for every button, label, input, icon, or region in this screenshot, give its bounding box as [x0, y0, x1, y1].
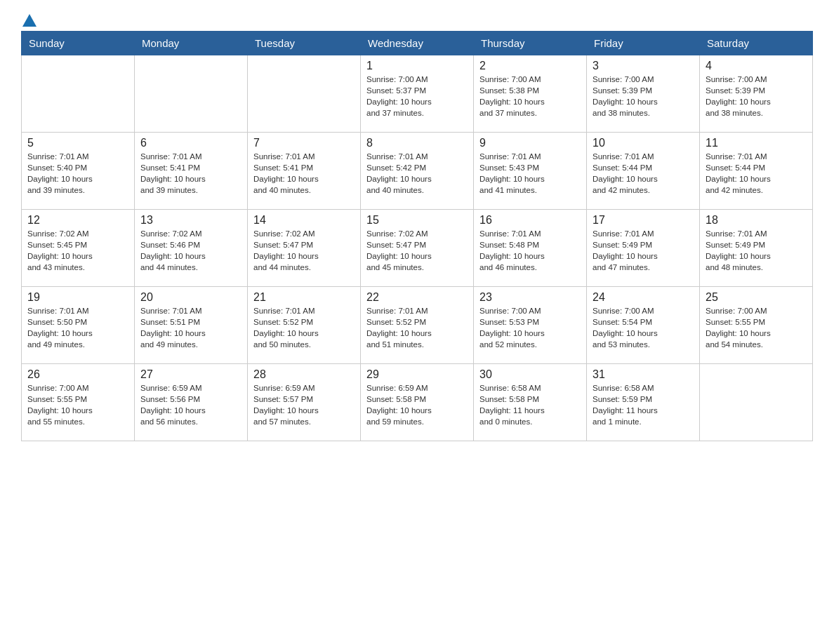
day-info: Sunrise: 7:00 AM Sunset: 5:55 PM Dayligh… [706, 305, 807, 350]
day-info: Sunrise: 7:01 AM Sunset: 5:41 PM Dayligh… [140, 151, 241, 196]
day-number: 9 [479, 137, 581, 149]
calendar-day-27: 27Sunrise: 6:59 AM Sunset: 5:56 PM Dayli… [135, 364, 248, 441]
calendar-day-31: 31Sunrise: 6:58 AM Sunset: 5:59 PM Dayli… [587, 364, 700, 441]
calendar-day-9: 9Sunrise: 7:01 AM Sunset: 5:43 PM Daylig… [474, 133, 587, 210]
day-number: 25 [706, 291, 807, 304]
calendar-day-14: 14Sunrise: 7:02 AM Sunset: 5:47 PM Dayli… [248, 210, 361, 287]
day-info: Sunrise: 7:02 AM Sunset: 5:47 PM Dayligh… [253, 228, 355, 273]
calendar-empty-cell [22, 55, 135, 133]
calendar-day-22: 22Sunrise: 7:01 AM Sunset: 5:52 PM Dayli… [361, 287, 474, 364]
day-info: Sunrise: 7:02 AM Sunset: 5:46 PM Dayligh… [140, 228, 241, 273]
day-info: Sunrise: 7:00 AM Sunset: 5:38 PM Dayligh… [479, 74, 581, 119]
weekday-header-thursday: Thursday [474, 32, 587, 55]
weekday-header-monday: Monday [135, 32, 248, 55]
day-number: 5 [27, 137, 128, 149]
weekday-header-row: SundayMondayTuesdayWednesdayThursdayFrid… [22, 32, 813, 55]
calendar-day-26: 26Sunrise: 7:00 AM Sunset: 5:55 PM Dayli… [22, 364, 135, 441]
calendar-day-5: 5Sunrise: 7:01 AM Sunset: 5:40 PM Daylig… [22, 133, 135, 210]
day-info: Sunrise: 7:00 AM Sunset: 5:53 PM Dayligh… [479, 305, 581, 350]
day-info: Sunrise: 7:01 AM Sunset: 5:44 PM Dayligh… [706, 151, 807, 196]
weekday-header-saturday: Saturday [700, 32, 813, 55]
logo-triangle-icon [22, 14, 37, 27]
calendar-day-7: 7Sunrise: 7:01 AM Sunset: 5:41 PM Daylig… [248, 133, 361, 210]
calendar-day-6: 6Sunrise: 7:01 AM Sunset: 5:41 PM Daylig… [135, 133, 248, 210]
day-info: Sunrise: 7:01 AM Sunset: 5:48 PM Dayligh… [479, 228, 581, 273]
day-number: 23 [479, 291, 581, 304]
day-number: 6 [140, 137, 241, 149]
logo [21, 14, 37, 24]
day-info: Sunrise: 7:00 AM Sunset: 5:39 PM Dayligh… [706, 74, 807, 119]
day-number: 8 [366, 137, 468, 149]
day-info: Sunrise: 7:01 AM Sunset: 5:44 PM Dayligh… [593, 151, 694, 196]
day-info: Sunrise: 6:59 AM Sunset: 5:58 PM Dayligh… [366, 382, 468, 427]
day-info: Sunrise: 7:01 AM Sunset: 5:40 PM Dayligh… [27, 151, 128, 196]
day-number: 15 [366, 214, 468, 227]
day-info: Sunrise: 7:01 AM Sunset: 5:43 PM Dayligh… [479, 151, 581, 196]
calendar-day-11: 11Sunrise: 7:01 AM Sunset: 5:44 PM Dayli… [700, 133, 813, 210]
day-info: Sunrise: 6:58 AM Sunset: 5:59 PM Dayligh… [593, 382, 694, 427]
calendar-day-25: 25Sunrise: 7:00 AM Sunset: 5:55 PM Dayli… [700, 287, 813, 364]
day-number: 16 [479, 214, 581, 227]
day-number: 22 [366, 291, 468, 304]
day-info: Sunrise: 7:00 AM Sunset: 5:55 PM Dayligh… [27, 382, 128, 427]
day-info: Sunrise: 7:00 AM Sunset: 5:54 PM Dayligh… [593, 305, 694, 350]
calendar-day-28: 28Sunrise: 6:59 AM Sunset: 5:57 PM Dayli… [248, 364, 361, 441]
calendar-day-24: 24Sunrise: 7:00 AM Sunset: 5:54 PM Dayli… [587, 287, 700, 364]
calendar-day-13: 13Sunrise: 7:02 AM Sunset: 5:46 PM Dayli… [135, 210, 248, 287]
day-info: Sunrise: 7:01 AM Sunset: 5:42 PM Dayligh… [366, 151, 468, 196]
day-info: Sunrise: 6:58 AM Sunset: 5:58 PM Dayligh… [479, 382, 581, 427]
day-info: Sunrise: 7:00 AM Sunset: 5:37 PM Dayligh… [366, 74, 468, 119]
calendar-empty-cell [700, 364, 813, 441]
calendar-day-2: 2Sunrise: 7:00 AM Sunset: 5:38 PM Daylig… [474, 55, 587, 133]
day-info: Sunrise: 7:00 AM Sunset: 5:39 PM Dayligh… [593, 74, 694, 119]
day-number: 21 [253, 291, 355, 304]
calendar-day-18: 18Sunrise: 7:01 AM Sunset: 5:49 PM Dayli… [700, 210, 813, 287]
day-number: 10 [593, 137, 694, 149]
day-number: 31 [593, 368, 694, 381]
calendar-day-21: 21Sunrise: 7:01 AM Sunset: 5:52 PM Dayli… [248, 287, 361, 364]
calendar-day-4: 4Sunrise: 7:00 AM Sunset: 5:39 PM Daylig… [700, 55, 813, 133]
calendar-day-12: 12Sunrise: 7:02 AM Sunset: 5:45 PM Dayli… [22, 210, 135, 287]
weekday-header-sunday: Sunday [22, 32, 135, 55]
day-number: 14 [253, 214, 355, 227]
calendar-day-30: 30Sunrise: 6:58 AM Sunset: 5:58 PM Dayli… [474, 364, 587, 441]
svg-marker-0 [22, 14, 37, 27]
calendar-day-23: 23Sunrise: 7:00 AM Sunset: 5:53 PM Dayli… [474, 287, 587, 364]
calendar-table: SundayMondayTuesdayWednesdayThursdayFrid… [21, 31, 813, 441]
calendar-day-19: 19Sunrise: 7:01 AM Sunset: 5:50 PM Dayli… [22, 287, 135, 364]
weekday-header-wednesday: Wednesday [361, 32, 474, 55]
day-number: 18 [706, 214, 807, 227]
calendar-day-1: 1Sunrise: 7:00 AM Sunset: 5:37 PM Daylig… [361, 55, 474, 133]
day-number: 26 [27, 368, 128, 381]
day-number: 2 [479, 60, 581, 72]
calendar-day-17: 17Sunrise: 7:01 AM Sunset: 5:49 PM Dayli… [587, 210, 700, 287]
calendar-week-row: 19Sunrise: 7:01 AM Sunset: 5:50 PM Dayli… [22, 287, 813, 364]
page-header [21, 14, 813, 24]
weekday-header-tuesday: Tuesday [248, 32, 361, 55]
day-number: 11 [706, 137, 807, 149]
day-number: 7 [253, 137, 355, 149]
day-number: 19 [27, 291, 128, 304]
calendar-day-20: 20Sunrise: 7:01 AM Sunset: 5:51 PM Dayli… [135, 287, 248, 364]
day-number: 30 [479, 368, 581, 381]
day-number: 13 [140, 214, 241, 227]
day-info: Sunrise: 7:02 AM Sunset: 5:47 PM Dayligh… [366, 228, 468, 273]
day-info: Sunrise: 7:01 AM Sunset: 5:41 PM Dayligh… [253, 151, 355, 196]
calendar-week-row: 5Sunrise: 7:01 AM Sunset: 5:40 PM Daylig… [22, 133, 813, 210]
weekday-header-friday: Friday [587, 32, 700, 55]
calendar-empty-cell [135, 55, 248, 133]
calendar-week-row: 1Sunrise: 7:00 AM Sunset: 5:37 PM Daylig… [22, 55, 813, 133]
day-info: Sunrise: 7:01 AM Sunset: 5:51 PM Dayligh… [140, 305, 241, 350]
day-number: 24 [593, 291, 694, 304]
day-number: 12 [27, 214, 128, 227]
day-info: Sunrise: 7:01 AM Sunset: 5:49 PM Dayligh… [706, 228, 807, 273]
day-number: 29 [366, 368, 468, 381]
calendar-empty-cell [248, 55, 361, 133]
calendar-day-10: 10Sunrise: 7:01 AM Sunset: 5:44 PM Dayli… [587, 133, 700, 210]
day-number: 4 [706, 60, 807, 72]
calendar-day-8: 8Sunrise: 7:01 AM Sunset: 5:42 PM Daylig… [361, 133, 474, 210]
day-info: Sunrise: 7:01 AM Sunset: 5:49 PM Dayligh… [593, 228, 694, 273]
day-info: Sunrise: 7:01 AM Sunset: 5:52 PM Dayligh… [366, 305, 468, 350]
day-number: 1 [366, 60, 468, 72]
day-info: Sunrise: 7:01 AM Sunset: 5:52 PM Dayligh… [253, 305, 355, 350]
